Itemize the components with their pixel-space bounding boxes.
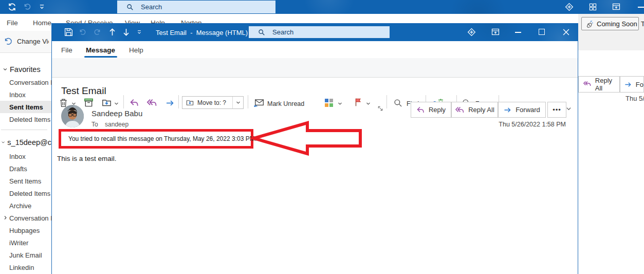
message-menu-message[interactable]: Message [86,46,115,54]
maximize-icon[interactable] [539,29,545,35]
save-icon[interactable] [64,28,73,36]
reply-button[interactable]: Reply [411,102,451,118]
reply-label: Reply [429,106,446,114]
sidebar-account-drafts[interactable]: Drafts [0,162,51,175]
flag-chevron-icon[interactable] [366,101,371,106]
follow-up-flag-button[interactable] [354,98,362,107]
recipient-name[interactable]: sandeep [105,121,128,128]
main-tab-file[interactable]: File [7,19,18,27]
sidebar-account-sent-items[interactable]: Sent Items [0,175,51,187]
message-menu-help[interactable]: Help [129,46,143,54]
undo-icon[interactable] [79,28,86,36]
main-title-bar: Search [0,0,644,14]
change-view-button[interactable]: Change Vie [4,37,49,46]
sidebar-account-deleted-items[interactable]: Deleted Items [0,187,51,199]
message-toolbar: Move to: ? Mark Unread [52,58,578,78]
chevron-down-icon [1,140,5,145]
archive-button[interactable] [84,98,94,107]
quick-access-chevron-icon[interactable] [137,30,142,35]
main-minimize-icon[interactable] [638,7,644,8]
folder-sidebar: Favorites Conversation H Inbox Sent Item… [0,53,51,274]
main-search-input[interactable]: Search [117,1,275,13]
reading-pane-date: Thu 5/2 [625,95,644,102]
sidebar-account-inbox[interactable]: Inbox [0,150,51,162]
move-to-icon [186,99,194,106]
sender-avatar[interactable] [61,105,84,127]
sidebar-account-linkedin[interactable]: Linkedin [0,261,51,273]
redo-icon[interactable] [94,28,101,36]
recipient-line: To sandeep [91,121,128,128]
forward-arrow-icon [624,81,632,88]
received-date: Thu 5/26/2022 1:58 PM [412,121,566,128]
move-chevron-icon[interactable] [114,101,119,106]
search-icon [258,29,265,36]
toolbar-separator [123,95,124,108]
to-label: To [91,121,98,128]
find-button[interactable] [394,99,402,107]
sidebar-account-junk-email[interactable]: Junk Email [0,249,51,261]
reply-all-button[interactable] [146,99,157,107]
dialog-launcher-icon[interactable] [378,106,383,111]
sidebar-account-archive[interactable]: Archive [0,199,51,212]
sidebar-favorites-inbox[interactable]: Inbox [0,88,51,101]
toolbar-separator [178,95,179,108]
search-icon [126,4,134,11]
sidebar-account-iwriter[interactable]: iWriter [0,236,51,249]
annotation-red-box: You tried to recall this message on Thur… [59,129,253,149]
main-tab-home[interactable]: Home [33,19,51,27]
collapse-toolbar-chevron-icon[interactable] [566,106,572,112]
reading-pane-forward-button[interactable]: Fo [620,76,644,93]
sidebar-account-conversation-history[interactable]: Conversation H [0,212,51,224]
mark-unread-button[interactable] [254,98,264,107]
message-menu-file[interactable]: File [61,46,72,54]
categorize-chevron-icon[interactable] [338,101,342,106]
reply-all-icon [583,81,592,88]
move-down-icon[interactable] [122,28,130,36]
forward-label: Forward [516,106,540,114]
ribbon-display-options-icon[interactable] [491,28,500,36]
change-view-icon [4,37,13,46]
quick-access-chevron-icon[interactable] [39,4,45,10]
coming-soon-button[interactable]: Coming Soon [581,17,639,30]
close-icon[interactable] [563,29,569,35]
message-search-placeholder: Search [272,28,293,36]
move-up-icon[interactable] [108,28,116,36]
premium-diamond-icon[interactable] [565,3,574,11]
favorites-header[interactable]: Favorites [0,64,51,75]
message-window-title: Test Email - Message (HTML) [156,29,248,36]
sidebar-favorites-deleted-items[interactable]: Deleted Items [0,113,51,125]
premium-diamond-icon[interactable] [467,28,476,36]
toolbar-separator [387,95,387,108]
mark-unread-label[interactable]: Mark Unread [267,100,304,107]
email-subject: Test Email [61,85,106,97]
undo-icon[interactable] [23,3,31,11]
ribbon-display-options-icon[interactable] [612,3,620,11]
chevron-down-icon [3,67,8,72]
sidebar-favorites-sent-items[interactable]: Sent Items [0,101,51,113]
reply-all-button[interactable]: Reply All [451,102,498,118]
forward-label-cut: Fo [636,81,643,88]
move-to-folder-button[interactable] [102,98,112,107]
send-receive-sync-icon[interactable] [7,2,17,12]
sender-name[interactable]: Sandeep Babu [91,109,142,118]
move-to-dropdown-chevron[interactable] [232,97,243,108]
apps-grid-icon[interactable] [589,3,597,11]
sidebar-account-hubpages[interactable]: Hubpages [0,224,51,236]
change-view-label: Change Vie [17,38,49,45]
recall-notice: You tried to recall this message on Thur… [68,135,256,142]
categorize-button[interactable] [325,99,334,107]
minimize-icon[interactable] [515,32,521,33]
account-header[interactable]: s_15deep@c [0,137,51,148]
reply-button[interactable] [130,99,139,107]
chevron-right-icon [3,215,8,220]
message-search-input[interactable]: Search [249,26,390,38]
more-actions-button[interactable]: ••• [547,102,566,118]
annotation-arrow [250,119,364,159]
sidebar-favorites-conversation-history[interactable]: Conversation H [0,76,51,88]
reply-all-icon [455,106,465,114]
forward-button[interactable] [165,99,175,107]
forward-button[interactable]: Forward [498,102,546,118]
reply-icon [416,106,425,114]
reading-pane-reply-all-button[interactable]: Reply All [578,76,620,93]
move-to-dropdown[interactable]: Move to: ? [182,96,244,109]
